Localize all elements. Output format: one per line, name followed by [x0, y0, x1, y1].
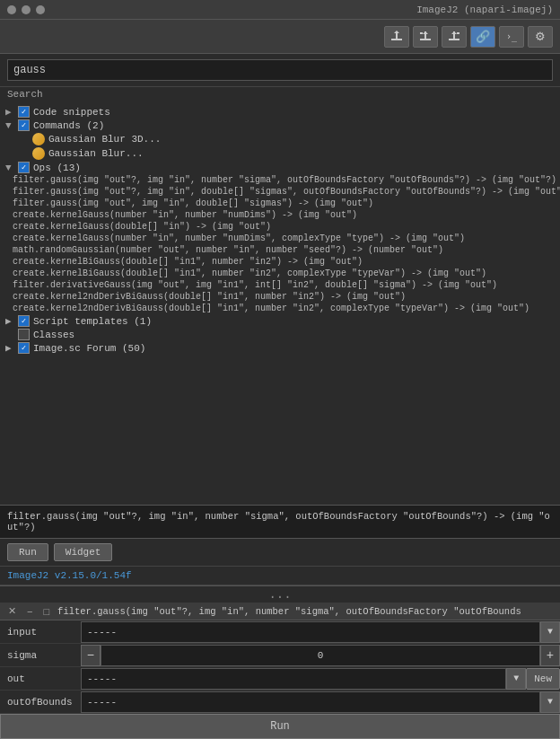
toolbar: 🔗 ›_ ⚙: [0, 20, 560, 54]
ops-result-5[interactable]: create.kernelGauss(double[] "in") -> (im…: [0, 221, 560, 233]
ops-label: Ops (13): [33, 163, 81, 173]
ops-result-10[interactable]: filter.derivativeGauss(img "out", img "i…: [0, 279, 560, 291]
ops-result-12[interactable]: create.kernel2ndDerivBiGauss(double[] "i…: [0, 303, 560, 314]
param-outofbounds-control: ----- ▼: [81, 691, 560, 713]
run-button[interactable]: Run: [7, 543, 48, 561]
svg-rect-0: [391, 39, 402, 40]
code-snippets-label: Code snippets: [33, 107, 110, 118]
param-sigma-control: − +: [81, 645, 560, 666]
ops-item[interactable]: ▼ ✓ Ops (13): [0, 161, 560, 174]
selected-command: filter.gauss(img "out"?, img "in", numbe…: [0, 505, 560, 539]
param-out-arrow[interactable]: ▼: [506, 668, 526, 690]
ops-result-11[interactable]: create.kernel2ndDerivBiGauss(double[] "i…: [0, 291, 560, 303]
commands-label: Commands (2): [33, 120, 104, 131]
ops-result-9[interactable]: create.kernelBiGauss(double[] "in1", num…: [0, 268, 560, 279]
param-outofbounds-label: outOfBounds: [0, 693, 81, 711]
param-sigma-number-row: − +: [81, 645, 560, 666]
results-area: ▶ ✓ Code snippets ▼ ✓ Commands (2) Gauss…: [0, 101, 560, 505]
gaussian-blur-label: Gaussian Blur...: [48, 148, 144, 159]
widget-button[interactable]: Widget: [54, 543, 113, 561]
param-input-label: input: [0, 623, 81, 641]
commands-item[interactable]: ▼ ✓ Commands (2): [0, 119, 560, 132]
forum-checkbox[interactable]: ✓: [18, 342, 30, 354]
expand-arrow: ▶: [5, 106, 18, 118]
bottom-panel: ... ✕ − □ filter.gauss(img "out"?, img "…: [0, 585, 560, 739]
param-input-dropdown[interactable]: -----: [81, 621, 540, 643]
param-input-arrow[interactable]: ▼: [540, 621, 560, 643]
search-area: [0, 54, 560, 87]
toolbar-btn-2[interactable]: [413, 26, 438, 48]
param-out-row: out ----- ▼ New: [0, 667, 560, 691]
title-bar: ImageJ2 (napari-imagej): [0, 0, 560, 20]
sigma-plus-btn[interactable]: +: [540, 645, 560, 666]
ops-result-8[interactable]: create.kernelBiGauss(double[] "in1", num…: [0, 256, 560, 268]
window-title: ImageJ2 (napari-imagej): [416, 4, 553, 15]
version-bar: ImageJ2 v2.15.0/1.54f: [0, 567, 560, 585]
ops-result-7[interactable]: math.randomGaussian(number "out", number…: [0, 244, 560, 256]
new-button[interactable]: New: [526, 668, 560, 690]
window-dot-3: [36, 5, 45, 14]
toolbar-btn-3[interactable]: [442, 26, 467, 48]
expand-panel-btn[interactable]: □: [40, 605, 52, 618]
gaussian-blur-3d-label: Gaussian Blur 3D...: [48, 134, 161, 145]
sigma-minus-btn[interactable]: −: [81, 645, 101, 666]
commands-checkbox[interactable]: ✓: [18, 119, 30, 131]
forum-item[interactable]: ▶ ✓ Image.sc Forum (50): [0, 341, 560, 355]
gaussian-blur-3d-item[interactable]: Gaussian Blur 3D...: [0, 132, 560, 146]
classes-label: Classes: [33, 330, 74, 340]
param-input-control: ----- ▼: [81, 621, 560, 643]
classes-checkbox[interactable]: [18, 329, 30, 340]
script-templates-item[interactable]: ▶ ✓ Script templates (1): [0, 314, 560, 328]
script-templates-arrow: ▶: [5, 315, 18, 327]
param-outofbounds-arrow[interactable]: ▼: [540, 691, 560, 713]
sigma-input[interactable]: [101, 645, 540, 666]
panel-dots: ...: [0, 586, 560, 603]
ops-result-2[interactable]: filter.gauss(img "out"?, img "in", doubl…: [0, 186, 560, 198]
ops-arrow: ▼: [5, 163, 18, 173]
toolbar-btn-settings[interactable]: ⚙: [528, 26, 553, 48]
svg-marker-2: [394, 31, 399, 33]
param-input-row: input ----- ▼: [0, 620, 560, 644]
ops-checkbox[interactable]: ✓: [18, 162, 30, 173]
search-input[interactable]: [7, 59, 553, 81]
minimize-panel-btn[interactable]: −: [24, 605, 35, 618]
commands-arrow: ▼: [5, 120, 18, 131]
search-label: Search: [7, 89, 43, 100]
toolbar-btn-terminal[interactable]: ›_: [499, 26, 524, 48]
code-snippets-item[interactable]: ▶ ✓ Code snippets: [0, 105, 560, 119]
gaussian-blur-item[interactable]: Gaussian Blur...: [0, 146, 560, 161]
ops-result-6[interactable]: create.kernelGauss(number "in", number "…: [0, 233, 560, 244]
classes-item[interactable]: Classes: [0, 328, 560, 341]
command-icon-2: [32, 147, 45, 160]
bottom-command-text: filter.gauss(img "out"?, img "in", numbe…: [57, 606, 555, 617]
ops-result-3[interactable]: filter.gauss(img "out", img "in", double…: [0, 198, 560, 209]
param-out-control: ----- ▼ New: [81, 668, 560, 690]
code-snippets-checkbox[interactable]: ✓: [18, 106, 30, 118]
close-panel-btn[interactable]: ✕: [5, 604, 19, 618]
toolbar-btn-link[interactable]: 🔗: [470, 26, 495, 48]
toolbar-btn-1[interactable]: [384, 26, 409, 48]
param-out-dropdown[interactable]: -----: [81, 668, 506, 690]
bottom-title-bar: ✕ − □ filter.gauss(img "out"?, img "in",…: [0, 603, 560, 620]
window-dot-1: [7, 5, 16, 14]
param-out-label: out: [0, 670, 81, 688]
svg-marker-5: [423, 31, 428, 34]
window-dot-2: [22, 5, 31, 14]
action-bar: Run Widget: [0, 539, 560, 567]
svg-rect-3: [420, 39, 431, 40]
run-large-button[interactable]: Run: [0, 714, 560, 739]
param-sigma-row: sigma − +: [0, 644, 560, 667]
forum-arrow: ▶: [5, 342, 18, 354]
script-templates-checkbox[interactable]: ✓: [18, 315, 30, 327]
param-outofbounds-row: outOfBounds ----- ▼: [0, 691, 560, 714]
ops-result-1[interactable]: filter.gauss(img "out"?, img "in", numbe…: [0, 174, 560, 186]
ops-result-4[interactable]: create.kernelGauss(number "in", number "…: [0, 209, 560, 221]
svg-rect-10: [457, 32, 459, 34]
param-outofbounds-dropdown[interactable]: -----: [81, 691, 540, 713]
forum-label: Image.sc Forum (50): [33, 343, 145, 354]
command-icon: [32, 133, 45, 145]
svg-rect-6: [420, 32, 423, 34]
param-sigma-label: sigma: [0, 647, 81, 664]
svg-rect-7: [449, 39, 459, 40]
window-controls: [7, 5, 45, 14]
